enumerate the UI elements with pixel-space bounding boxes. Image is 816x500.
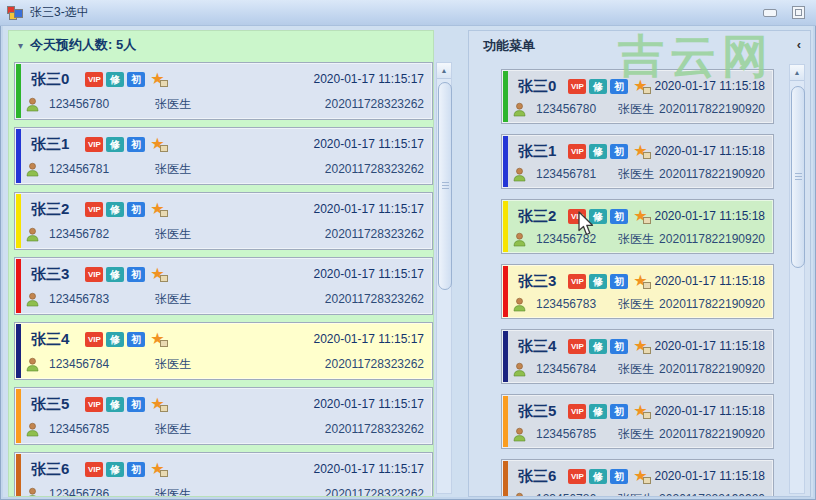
doctor-name: 张医生: [155, 291, 191, 308]
star-icon: ★: [633, 78, 647, 94]
revisit-badge: 修: [589, 79, 607, 94]
patient-phone: 123456786: [536, 492, 618, 496]
person-icon: [512, 232, 527, 247]
card-top-row: 张三4 VIP 修 初 ★ 2020-01-17 11:15:17: [31, 329, 424, 349]
patient-card[interactable]: 张三0 VIP 修 初 ★ 2020-01-17 11:15:18 123456…: [501, 69, 774, 124]
right-scrollbar-thumb[interactable]: [791, 86, 805, 268]
doctor-name: 张医生: [618, 101, 654, 118]
record-number: 2020117822190920: [659, 167, 765, 181]
vip-badge: VIP: [85, 267, 103, 282]
minimize-button[interactable]: [760, 5, 780, 21]
star-icon: ★: [150, 461, 164, 477]
patient-card[interactable]: 张三3 VIP 修 初 ★ 2020-01-17 11:15:17 123456…: [14, 257, 433, 315]
star-icon: ★: [150, 201, 164, 217]
patient-card[interactable]: 张三3 VIP 修 初 ★ 2020-01-17 11:15:18 123456…: [501, 264, 774, 319]
patient-card[interactable]: 张三6 VIP 修 初 ★ 2020-01-17 11:15:18 123456…: [501, 459, 774, 496]
scroll-up-button[interactable]: ▲: [437, 63, 451, 79]
initial-visit-badge: 初: [127, 137, 145, 152]
patient-phone: 123456780: [536, 102, 618, 116]
patient-name: 张三4: [31, 330, 69, 349]
person-icon: [25, 487, 40, 497]
vip-badge: VIP: [85, 332, 103, 347]
patient-name: 张三2: [31, 200, 69, 219]
vip-badge: VIP: [85, 202, 103, 217]
initial-visit-badge: 初: [127, 202, 145, 217]
patient-name: 张三0: [31, 70, 69, 89]
patient-phone: 123456785: [49, 422, 155, 436]
patient-phone: 123456783: [49, 292, 155, 306]
right-scrollbar[interactable]: ▲: [789, 64, 805, 494]
card-top-row: 张三1 VIP 修 初 ★ 2020-01-17 11:15:18: [518, 141, 765, 161]
patient-card[interactable]: 张三6 VIP 修 初 ★ 2020-01-17 11:15:17 123456…: [14, 452, 433, 496]
star-icon: ★: [150, 266, 164, 282]
patient-name: 张三5: [518, 402, 556, 421]
appointment-datetime: 2020-01-17 11:15:18: [654, 469, 765, 483]
card-top-row: 张三3 VIP 修 初 ★ 2020-01-17 11:15:17: [31, 264, 424, 284]
appointments-header[interactable]: ▾ 今天预约人数: 5人: [9, 31, 433, 59]
person-icon: [512, 362, 527, 377]
patient-name: 张三6: [31, 460, 69, 479]
card-top-row: 张三1 VIP 修 初 ★ 2020-01-17 11:15:17: [31, 134, 424, 154]
collapse-panel-button[interactable]: ‹: [797, 38, 801, 52]
revisit-badge: 修: [106, 72, 124, 87]
vip-badge: VIP: [568, 79, 586, 94]
patient-phone: 123456781: [49, 162, 155, 176]
revisit-badge: 修: [106, 137, 124, 152]
left-scrollbar-thumb[interactable]: [438, 82, 452, 290]
patient-card[interactable]: 张三2 VIP 修 初 ★ 2020-01-17 11:15:17 123456…: [14, 192, 433, 250]
status-stripe: [503, 136, 508, 187]
scroll-up-button[interactable]: ▲: [790, 65, 804, 81]
appointment-datetime: 2020-01-17 11:15:17: [313, 202, 424, 216]
patient-card[interactable]: 张三1 VIP 修 初 ★ 2020-01-17 11:15:17 123456…: [14, 127, 433, 185]
patient-phone: 123456780: [49, 97, 155, 111]
initial-visit-badge: 初: [127, 462, 145, 477]
vip-badge: VIP: [85, 462, 103, 477]
appointment-datetime: 2020-01-17 11:15:17: [313, 137, 424, 151]
revisit-badge: 修: [589, 274, 607, 289]
star-icon: ★: [150, 396, 164, 412]
function-menu-header: 功能菜单: [469, 31, 810, 61]
patient-card[interactable]: 张三5 VIP 修 初 ★ 2020-01-17 11:15:18 123456…: [501, 394, 774, 449]
patient-phone: 123456786: [49, 487, 155, 496]
revisit-badge: 修: [589, 144, 607, 159]
revisit-badge: 修: [589, 404, 607, 419]
patient-name: 张三5: [31, 395, 69, 414]
patient-card[interactable]: 张三1 VIP 修 初 ★ 2020-01-17 11:15:18 123456…: [501, 134, 774, 189]
card-top-row: 张三2 VIP 修 初 ★ 2020-01-17 11:15:17: [31, 199, 424, 219]
patient-card[interactable]: 张三4 VIP 修 初 ★ 2020-01-17 11:15:17 123456…: [14, 322, 433, 380]
revisit-badge: 修: [589, 209, 607, 224]
patient-phone: 123456782: [49, 227, 155, 241]
appointments-panel: ▾ 今天预约人数: 5人 张三0 VIP 修 初 ★ 2020-01-17 11…: [8, 30, 434, 497]
status-stripe: [503, 266, 508, 317]
patient-card[interactable]: 张三2 VIP 修 初 ★ 2020-01-17 11:15:18 123456…: [501, 199, 774, 254]
card-top-row: 张三5 VIP 修 初 ★ 2020-01-17 11:15:18: [518, 401, 765, 421]
initial-visit-badge: 初: [127, 267, 145, 282]
patient-card[interactable]: 张三5 VIP 修 初 ★ 2020-01-17 11:15:17 123456…: [14, 387, 433, 445]
patient-card[interactable]: 张三0 VIP 修 初 ★ 2020-01-17 11:15:17 123456…: [14, 62, 433, 120]
doctor-name: 张医生: [155, 96, 191, 113]
appointments-card-list: 张三0 VIP 修 初 ★ 2020-01-17 11:15:17 123456…: [14, 62, 433, 496]
person-icon: [512, 102, 527, 117]
patient-name: 张三1: [518, 142, 556, 161]
patient-card[interactable]: 张三4 VIP 修 初 ★ 2020-01-17 11:15:18 123456…: [501, 329, 774, 384]
record-number: 202011728323262: [325, 422, 424, 436]
record-number: 2020117822190920: [659, 427, 765, 441]
initial-visit-badge: 初: [127, 397, 145, 412]
card-bottom-row: 123456781 张医生 202011728323262: [25, 159, 424, 179]
card-bottom-row: 123456784 张医生 202011728323262: [25, 354, 424, 374]
star-icon: ★: [633, 338, 647, 354]
revisit-badge: 修: [106, 267, 124, 282]
left-scrollbar[interactable]: ▲: [436, 62, 452, 494]
appointment-datetime: 2020-01-17 11:15:17: [313, 462, 424, 476]
status-stripe: [16, 324, 21, 378]
patient-phone: 123456784: [536, 362, 618, 376]
person-icon: [25, 162, 40, 177]
thumb-grip-icon: [795, 173, 802, 181]
patient-name: 张三0: [518, 77, 556, 96]
patient-name: 张三3: [31, 265, 69, 284]
maximize-button[interactable]: [788, 5, 808, 21]
card-top-row: 张三0 VIP 修 初 ★ 2020-01-17 11:15:18: [518, 76, 765, 96]
person-icon: [25, 292, 40, 307]
appointment-datetime: 2020-01-17 11:15:18: [654, 79, 765, 93]
doctor-name: 张医生: [155, 161, 191, 178]
